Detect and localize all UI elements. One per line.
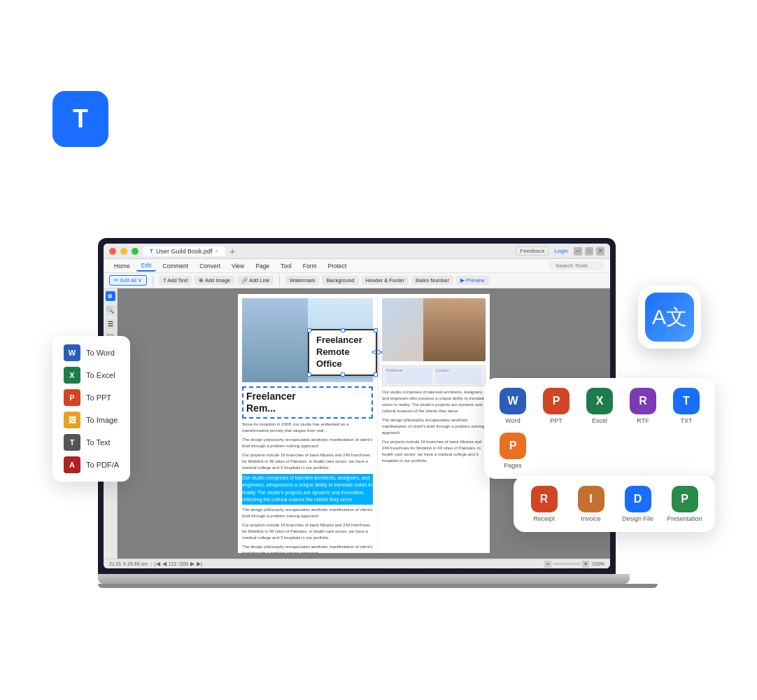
format-design[interactable]: D Design File [618,486,657,522]
floating-text-box[interactable]: FreelancerRemote Office <> [308,329,377,376]
export-panel: W To Word X To Excel P To PPT 🖼 To Image… [52,336,130,482]
prev-page-btn[interactable]: ◀ [162,561,167,567]
format-presentation-icon: P [672,486,698,512]
bates-number-button[interactable]: Bates Number [411,276,453,285]
add-text-button[interactable]: T Add Text [159,276,192,285]
right-image [382,298,486,361]
sidebar-search-icon[interactable]: 🔍 [106,305,115,315]
heading-selection-box[interactable]: FreelancerRem... [242,386,373,419]
menu-home[interactable]: Home [109,261,135,271]
window-controls-area: Feedback Login ─ □ ✕ [516,246,604,255]
export-to-excel[interactable]: X To Excel [64,367,119,384]
active-tab[interactable]: T User Guild Book.pdf × [143,246,225,256]
last-page-btn[interactable]: ▶| [197,561,202,567]
resize-cursor-icon[interactable]: <> [372,346,383,358]
export-ppt-label: To PPT [86,393,111,402]
handle-tl[interactable] [307,328,311,332]
right-body-3: Our projects include 19 branches of bank… [382,439,486,464]
handle-tc[interactable] [341,328,345,332]
body-text-3: Our projects include 19 branches of bank… [242,522,373,541]
image-icon: 🖼 [64,412,80,428]
page-coords: 21.01 X 29.69 cm [109,561,148,566]
handle-bl[interactable] [307,372,311,377]
format-receipt-label: Receipt [533,515,555,522]
watermark-button[interactable]: Watermark [285,276,319,285]
edit-all-button[interactable]: ✏ Edit All ∨ [109,275,147,286]
format-word-label: Word [505,417,520,424]
menu-page[interactable]: Page [250,261,274,271]
format-txt[interactable]: T TXT [669,388,704,424]
format-design-icon: D [625,486,651,512]
menu-comment[interactable]: Comment [157,261,193,271]
format-pages-label: Pages [504,462,522,469]
menu-form[interactable]: Form [298,261,322,271]
add-image-button[interactable]: ⊕ Add Image [194,276,234,285]
zoom-controls: − + 100% [544,561,604,568]
win-close[interactable]: ✕ [596,247,604,255]
current-page: 112 [169,561,177,566]
handle-br[interactable] [374,372,378,377]
menu-view[interactable]: View [227,261,249,271]
minimize-button[interactable] [120,248,127,255]
add-link-button[interactable]: 🔗 Add Link [237,276,274,285]
export-excel-label: To Excel [86,371,115,379]
win-restore[interactable]: □ [585,247,593,255]
zoom-out-btn[interactable]: − [544,561,551,568]
add-tab-button[interactable]: + [229,246,235,257]
heading-text-large: FreelancerRem... [246,391,369,414]
laptop-base-bottom [98,584,658,588]
menu-convert[interactable]: Convert [194,261,225,271]
preview-button[interactable]: ▶ Preview [456,276,489,285]
sidebar-thumbnail-icon[interactable]: ▦ [106,291,115,301]
export-to-word[interactable]: W To Word [64,344,119,361]
format-rtf-icon: R [630,388,656,414]
next-page-btn[interactable]: ▶ [190,561,194,567]
page-total: /200 [178,561,188,566]
pdf-page: FreelancerRem... FreelancerRemote Office [238,294,490,553]
person-image-left [242,298,308,382]
export-to-pdfa[interactable]: A To PDF/A [64,456,119,473]
menu-edit[interactable]: Edit [136,260,157,272]
close-button[interactable] [109,248,116,255]
tab-close-icon[interactable]: × [215,248,218,254]
format-word[interactable]: W Word [495,388,530,424]
zoom-slider[interactable] [553,563,581,565]
handle-tr[interactable] [374,328,378,332]
login-button[interactable]: Login [554,248,568,254]
format-ppt[interactable]: P PPT [539,388,574,424]
export-to-image[interactable]: 🖼 To Image [64,412,119,428]
background-button[interactable]: Background [322,276,358,285]
format-excel[interactable]: X Excel [582,388,617,424]
format-presentation[interactable]: P Presentation [665,486,704,522]
format-rtf[interactable]: R RTF [625,388,660,424]
translate-icon: A文 [645,293,694,342]
text-icon: T [64,434,80,451]
export-text-label: To Text [86,438,111,447]
handle-bc[interactable] [341,372,345,377]
zoom-control[interactable]: − + [544,561,589,568]
export-to-ppt[interactable]: P To PPT [64,389,119,406]
header-footer-button[interactable]: Header & Footer [362,276,409,285]
maximize-button[interactable] [132,248,139,255]
format-invoice[interactable]: I Invoice [572,486,610,522]
format-pages[interactable]: P Pages [495,433,530,469]
translate-panel[interactable]: A文 [638,286,701,349]
format-design-label: Design File [622,515,653,522]
menu-protect[interactable]: Protect [323,261,352,271]
highlighted-text: Our studio comprises of talented archite… [242,474,373,505]
page-right-col: Freelancer Location Our studio comprises… [378,294,490,553]
menu-tool[interactable]: Tool [276,261,297,271]
page-layout: FreelancerRem... FreelancerRemote Office [238,294,490,553]
zoom-in-btn[interactable]: + [582,561,589,568]
feedback-button[interactable]: Feedback [516,246,549,255]
page-navigation[interactable]: |◀ ◀ 112 /200 ▶ ▶| [155,561,202,567]
win-minimize[interactable]: ─ [574,247,582,255]
app-icon[interactable]: T [52,91,108,147]
format-receipt[interactable]: R Receipt [525,486,563,522]
first-page-btn[interactable]: |◀ [155,561,160,567]
separator-1 [153,276,153,286]
sidebar-bookmark-icon[interactable]: ☰ [106,319,115,329]
export-word-label: To Word [86,349,115,357]
search-input[interactable] [549,261,604,270]
export-to-text[interactable]: T To Text [64,434,119,451]
